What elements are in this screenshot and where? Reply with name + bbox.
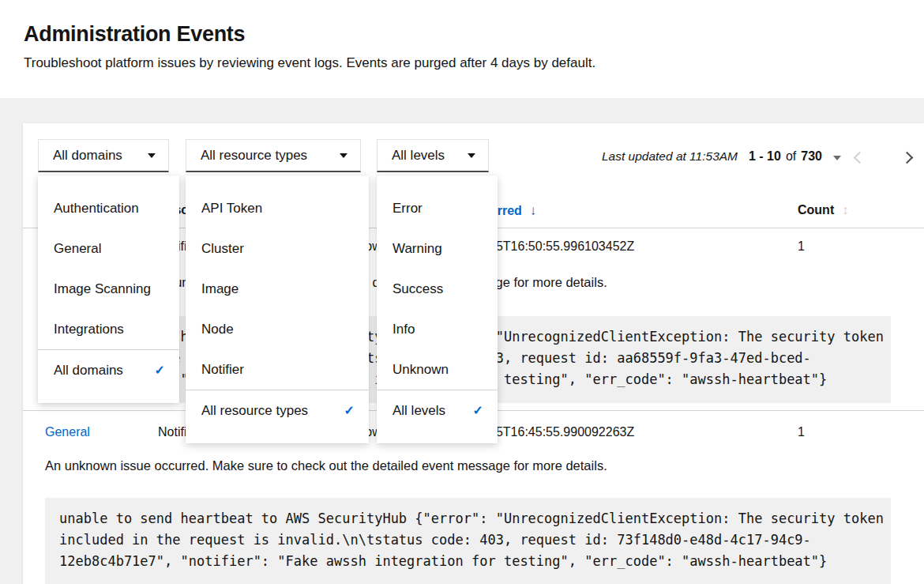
caret-down-icon	[340, 153, 347, 158]
menu-item-image[interactable]: Image	[186, 269, 369, 309]
pagination-range: 1 - 10	[749, 149, 781, 164]
pagination-menu[interactable]: 1 - 10 of 730	[749, 149, 841, 164]
check-icon: ✓	[155, 361, 165, 379]
caret-down-icon	[148, 153, 156, 158]
table-row-2-count: 1	[798, 425, 805, 439]
next-page-button[interactable]	[889, 143, 924, 171]
administration-events-page: Administration Events Troubleshoot platf…	[0, 0, 924, 584]
page-subtitle: Troubleshoot platform issues by reviewin…	[24, 55, 595, 71]
chevron-right-icon	[900, 151, 913, 164]
check-icon: ✓	[344, 401, 355, 420]
menu-item-integrations[interactable]: Integrations	[38, 309, 179, 349]
menu-item-image-scanning[interactable]: Image Scanning	[38, 269, 179, 309]
menu-item-api-token[interactable]: API Token	[186, 188, 369, 228]
caret-down-icon	[833, 156, 841, 160]
caret-down-icon	[468, 153, 475, 158]
menu-item-all-resource-types[interactable]: All resource types ✓	[186, 390, 369, 431]
menu-item-unknown[interactable]: Unknown	[377, 349, 498, 390]
column-header-count[interactable]: Count ↕	[798, 203, 848, 217]
sort-descending-icon[interactable]: ↓	[530, 203, 537, 219]
menu-item-all-domains[interactable]: All domains ✓	[38, 350, 179, 390]
table-row-2-description: An unknown issue occurred. Make sure to …	[45, 458, 607, 473]
log-line: included in the request is invalid.\n\ts…	[59, 532, 811, 548]
chevron-left-icon	[853, 151, 866, 164]
menu-item-all-levels[interactable]: All levels ✓	[377, 390, 498, 431]
page-title: Administration Events	[24, 22, 245, 47]
menu-item-warning[interactable]: Warning	[377, 228, 498, 269]
menu-item-authentication[interactable]: Authentication	[38, 188, 179, 228]
menu-item-general[interactable]: General	[38, 228, 179, 269]
level-filter-menu: Error Warning Success Info Unknown All l…	[377, 175, 498, 443]
table-row-2-domain[interactable]: General	[45, 425, 90, 439]
log-line: unable to send heartbeat to AWS Security…	[59, 511, 884, 526]
pagination-of: of	[786, 149, 796, 164]
resource-type-filter-menu: API Token Cluster Image Node Notifier Al…	[186, 175, 369, 443]
check-icon: ✓	[473, 401, 483, 420]
resource-type-filter-toggle[interactable]: All resource types	[186, 139, 361, 172]
menu-item-notifier[interactable]: Notifier	[186, 349, 369, 390]
previous-page-button[interactable]	[842, 143, 877, 171]
menu-item-node[interactable]: Node	[186, 309, 369, 349]
sortable-icon[interactable]: ↕	[842, 203, 848, 217]
pagination-total: 730	[801, 149, 822, 164]
menu-item-success[interactable]: Success	[377, 269, 498, 309]
menu-item-error[interactable]: Error	[377, 188, 498, 228]
level-filter-toggle[interactable]: All levels	[377, 139, 489, 172]
menu-item-cluster[interactable]: Cluster	[186, 228, 369, 269]
log-line: 12eb8c4b71e7", "notifier": "Fake awssh i…	[59, 553, 827, 569]
last-updated-text: Last updated at 11:53AM	[602, 149, 738, 164]
domain-filter-menu: Authentication General Image Scanning In…	[38, 175, 179, 403]
table-row-1-count: 1	[798, 239, 805, 254]
menu-item-info[interactable]: Info	[377, 309, 498, 349]
table-row-2-log-block: unable to send heartbeat to AWS Security…	[45, 498, 891, 584]
domain-filter-toggle[interactable]: All domains	[38, 139, 169, 172]
